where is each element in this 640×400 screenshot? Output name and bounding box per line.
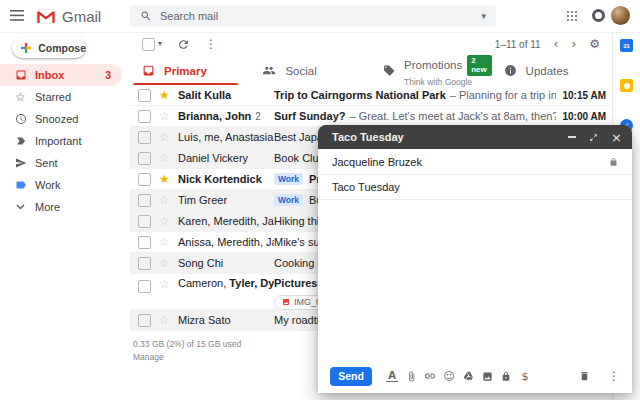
email-row[interactable]: ☆Brianna, John2Surf Sunday?– Great. Let'… [130,106,612,127]
email-checkbox[interactable] [138,173,151,186]
app-title: Gmail [62,8,101,25]
email-checkbox[interactable] [138,152,151,165]
manage-storage-link[interactable]: Manage [133,351,241,364]
sidebar-item-important[interactable]: Important [0,130,122,152]
star-icon[interactable]: ☆ [158,131,171,143]
gmail-envelope-icon [36,9,56,24]
star-icon[interactable]: ★ [158,173,171,185]
gear-icon[interactable]: ⚙ [589,38,600,50]
star-icon[interactable]: ☆ [158,278,171,290]
money-icon[interactable]: $ [519,371,531,382]
calendar-icon[interactable]: 31 [620,39,633,52]
storage-footer: 0.33 GB (2%) of 15 GB used Manage [133,338,241,364]
chevron-right-icon[interactable]: › [571,38,576,50]
subject-value: Taco Tuesday [332,181,400,193]
search-icon [140,10,152,22]
search-placeholder: Search mail [160,10,218,22]
tab-primary[interactable]: Primary [130,56,250,85]
chevron-left-icon[interactable]: ‹ [554,38,559,50]
compose-button[interactable]: Compose [12,37,86,58]
chevron-down-icon [14,204,27,210]
hamburger-menu-icon[interactable] [10,10,24,21]
attach-icon[interactable] [405,371,417,382]
email-checkbox[interactable] [138,314,151,327]
email-sender: Salit Kulla [178,89,274,101]
sidebar-item-work[interactable]: Work [0,174,122,196]
inbox-tabs: Primary Social Promotions 2 new Think wi… [130,56,612,85]
minimize-icon[interactable] [568,136,576,138]
insert-photo-icon[interactable] [481,371,493,382]
label-chip[interactable]: Work [274,173,303,185]
compose-subject-field[interactable]: Taco Tuesday [318,175,632,200]
star-icon[interactable]: ☆ [158,236,171,248]
gmail-logo[interactable]: Gmail [36,8,101,25]
email-checkbox[interactable] [138,215,151,228]
tab-promotions[interactable]: Promotions 2 new Think with Google [371,56,492,85]
formatting-icon[interactable]: A [386,370,398,382]
sidebar-item-sent[interactable]: Sent [0,152,122,174]
insert-link-icon[interactable] [424,370,436,382]
star-icon[interactable]: ☆ [158,215,171,227]
star-icon[interactable]: ☆ [158,152,171,164]
select-caret-icon[interactable]: ▾ [158,40,162,48]
sidebar-item-starred[interactable]: ☆ Starred [0,86,122,108]
email-row[interactable]: ★Salit KullaTrip to Cairngorms National … [130,85,612,106]
popout-icon[interactable] [589,133,598,142]
search-options-caret-icon[interactable]: ▾ [481,12,486,21]
email-subject: Trip to Cairngorms National Park– Planni… [274,89,556,101]
more-options-icon[interactable]: ⋮ [205,38,217,50]
thread-count: 2 [255,111,261,122]
user-avatar[interactable] [611,6,630,25]
star-icon[interactable]: ☆ [158,194,171,206]
compose-header[interactable]: Taco Tuesday × [318,125,632,149]
email-checkbox[interactable] [138,110,151,123]
star-icon[interactable]: ☆ [158,257,171,269]
star-icon[interactable]: ★ [158,89,171,101]
confidential-mode-icon[interactable] [500,371,512,382]
list-toolbar: ▾ ⋮ 1–11 of 11 ‹ › ⚙ [130,32,612,56]
email-checkbox[interactable] [138,236,151,249]
email-time: 10:15 AM [556,90,606,101]
trash-icon[interactable] [579,370,590,382]
email-sender: Song Chi [178,257,274,269]
more-send-options-icon[interactable]: ⋮ [608,370,620,382]
drive-icon[interactable] [462,371,474,381]
clock-icon [14,113,27,125]
email-checkbox[interactable] [138,89,151,102]
keep-icon[interactable] [620,79,633,92]
sidebar: Compose Inbox 3 ☆ Starred Snoozed Import… [0,32,130,400]
primary-tab-icon [142,64,155,77]
account-ring-icon[interactable] [592,9,605,22]
email-sender: Brianna, John2 [178,110,274,122]
sidebar-item-inbox[interactable]: Inbox 3 [0,64,122,86]
email-checkbox[interactable] [138,280,151,293]
email-checkbox[interactable] [138,257,151,270]
send-button[interactable]: Send [330,367,372,386]
compose-toolbar: Send A ☺ $ ⋮ [318,359,632,393]
storage-usage: 0.33 GB (2%) of 15 GB used [133,338,241,351]
label-chip[interactable]: Work [274,194,303,206]
emoji-icon[interactable]: ☺ [443,371,455,382]
star-icon[interactable]: ☆ [158,314,171,326]
apps-grid-icon[interactable] [566,10,578,22]
email-checkbox[interactable] [138,194,151,207]
tab-updates[interactable]: Updates [492,56,612,85]
select-all-checkbox[interactable] [142,38,155,51]
sidebar-item-snoozed[interactable]: Snoozed [0,108,122,130]
inbox-icon [14,69,27,81]
compose-recipient-field[interactable]: Jacqueline Bruzek [318,149,632,175]
refresh-icon[interactable] [177,38,190,51]
sidebar-nav: Inbox 3 ☆ Starred Snoozed Important Sent… [0,64,130,218]
star-icon[interactable]: ☆ [158,110,171,122]
star-outline-icon: ☆ [14,91,27,103]
email-time: 10:00 AM [556,111,606,122]
tab-social[interactable]: Social [250,56,370,85]
pagination-label: 1–11 of 11 [495,39,541,50]
email-checkbox[interactable] [138,131,151,144]
sidebar-item-more[interactable]: More [0,196,122,218]
compose-body[interactable] [318,200,632,359]
email-sender: Cameron, Tyler, Dylan6 [178,277,274,289]
search-bar[interactable]: Search mail ▾ [130,5,496,27]
close-icon[interactable]: × [611,131,622,144]
email-sender: Luis, me, Anastasia3 [178,131,274,143]
